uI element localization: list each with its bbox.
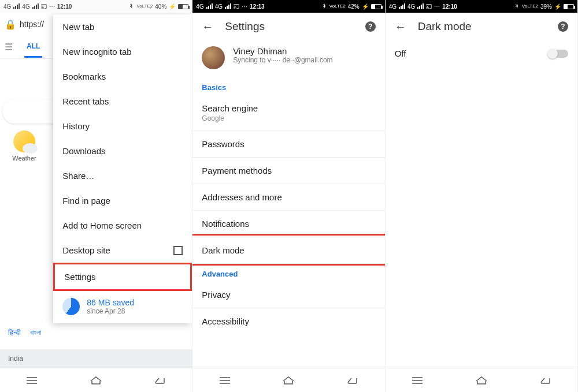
toggle-label: Off [395,48,406,58]
bluetooth-icon [128,3,134,9]
menu-new-incognito[interactable]: New incognito tab [53,39,192,64]
menu-add-home[interactable]: Add to Home screen [53,213,192,238]
account-name: Viney Dhiman [233,46,332,56]
saved-since: since Apr 28 [87,307,134,315]
signal-icon [206,3,213,9]
nav-back[interactable] [340,372,365,389]
row-search-engine[interactable]: Search engine Google [192,95,384,131]
menu-recent-tabs[interactable]: Recent tabs [53,89,192,114]
net-label: 4G [389,3,397,10]
footer-region: India [0,349,192,368]
nav-home[interactable] [84,372,108,389]
saved-amount: 86 MB saved [87,298,134,307]
menu-downloads[interactable]: Downloads [53,139,192,163]
battery-icon [178,4,188,9]
status-bar: 4G 4G ⋯ 12:13 VoLTE2 42% ⚡ [192,0,384,13]
language-row: हिन्दी বাংলা [8,328,41,337]
signal-icon-2 [225,3,231,9]
clock: 12:10 [57,3,72,10]
status-bar: 4G 4G ⋯ 12:10 VoLTE2 40% ⚡ [0,0,192,13]
nav-back[interactable] [533,372,558,389]
net-label-2: 4G [407,3,415,10]
menu-find-in-page[interactable]: Find in page [53,188,192,213]
help-icon[interactable]: ? [365,21,376,32]
signal-icon-2 [417,3,424,9]
phone-1: 4G 4G ⋯ 12:10 VoLTE2 40% ⚡ 🔒 https:// ☰ … [0,0,192,392]
bluetooth-icon [514,3,520,9]
bolt-icon: ⚡ [554,3,561,10]
row-accessibility[interactable]: Accessibility [192,308,384,334]
row-passwords[interactable]: Passwords [192,131,384,158]
section-basics: Basics [192,77,384,95]
row-privacy[interactable]: Privacy [192,282,384,308]
cast-icon [234,3,239,9]
battery-icon [564,4,574,9]
net-label: 4G [3,3,11,10]
row-dark-mode[interactable]: Dark mode [192,237,384,264]
batt-pct: 39% [540,3,552,10]
lang-hindi[interactable]: हिन्दी [8,328,21,337]
hamburger-icon[interactable]: ☰ [5,42,13,53]
net-label-2: 4G [22,3,29,10]
back-arrow-icon[interactable]: ← [395,20,406,33]
page-title: Dark mode [418,20,546,33]
more-icon: ⋯ [434,3,440,10]
nav-bar [0,368,192,392]
account-row[interactable]: Viney Dhiman Syncing to v····· de··@gmai… [192,40,384,77]
desktop-checkbox[interactable] [173,246,183,255]
nav-recent[interactable] [405,372,429,389]
darkmode-switch[interactable] [549,50,568,58]
weather-icon [13,130,35,152]
phone-2: 4G 4G ⋯ 12:13 VoLTE2 42% ⚡ ← Settings ? … [192,0,385,392]
page-title: Settings [225,20,353,33]
overflow-menu: New tab New incognito tab Bookmarks Rece… [53,14,192,323]
account-sync: Syncing to v····· de··@gmail.com [233,56,332,64]
clock: 12:10 [442,3,457,10]
nav-home[interactable] [469,372,494,389]
menu-history[interactable]: History [53,114,192,139]
lang-bengali[interactable]: বাংলা [30,328,41,337]
battery-icon [371,4,381,9]
search-engine-value: Google [202,114,375,122]
weather-label: Weather [8,155,40,162]
settings-header: ← Settings ? [192,13,384,40]
menu-bookmarks[interactable]: Bookmarks [53,64,192,89]
clock: 12:13 [250,3,265,10]
nav-recent[interactable] [20,372,44,389]
help-icon[interactable]: ? [558,21,568,32]
signal-icon [399,3,405,9]
weather-tile[interactable]: Weather [8,130,40,162]
more-icon: ⋯ [242,3,247,10]
net-label: 4G [196,3,203,10]
nav-recent[interactable] [213,372,237,389]
nav-home[interactable] [276,372,301,389]
lock-icon: 🔒 [5,19,16,30]
phone2-content: ← Settings ? Viney Dhiman Syncing to v··… [192,13,384,368]
phone-3: 4G 4G ⋯ 12:10 VoLTE2 39% ⚡ ← Dark mode ?… [386,0,578,392]
tab-all[interactable]: ALL [24,36,42,58]
section-advanced: Advanced [192,264,384,282]
cast-icon [41,3,47,9]
darkmode-header: ← Dark mode ? [386,13,577,40]
cast-icon [426,3,432,9]
signal-icon [13,3,20,9]
menu-data-saved[interactable]: 86 MB saved since Apr 28 [53,291,192,323]
nav-bar [386,368,577,392]
avatar [202,46,225,69]
batt-pct: 42% [348,3,360,10]
back-arrow-icon[interactable]: ← [202,20,213,33]
volte-label: VoLTE2 [522,4,538,9]
bolt-icon: ⚡ [362,3,369,10]
menu-settings[interactable]: Settings [53,263,192,291]
menu-share[interactable]: Share… [53,163,192,188]
menu-new-tab[interactable]: New tab [53,14,192,39]
menu-desktop-site[interactable]: Desktop site [53,238,192,263]
row-addresses[interactable]: Addresses and more [192,184,384,211]
row-payment[interactable]: Payment methods [192,158,384,184]
nav-bar [192,368,384,392]
volte-label: VoLTE2 [136,4,153,9]
nav-back[interactable] [148,372,172,389]
status-bar: 4G 4G ⋯ 12:10 VoLTE2 39% ⚡ [386,0,577,13]
data-saver-icon [62,298,80,315]
url-text: https:// [20,20,44,29]
